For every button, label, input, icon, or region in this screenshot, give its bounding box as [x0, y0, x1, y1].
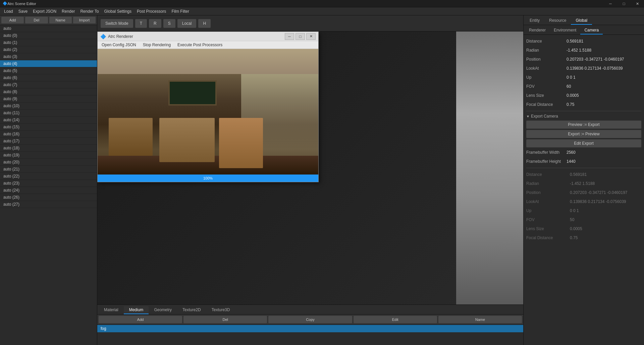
menu-item-load[interactable]: Load [1, 8, 16, 14]
add-button[interactable]: Add [1, 17, 24, 23]
scene-item[interactable]: auto (17) [0, 138, 97, 145]
export-camera-label: Export Camera [531, 114, 558, 119]
export-preview-button[interactable]: Export := Preview [526, 130, 641, 138]
scene-item[interactable]: auto (26) [0, 194, 97, 201]
scene-item[interactable]: auto (19) [0, 152, 97, 159]
fb-height-row: Framebuffer Height 1440 [526, 158, 641, 165]
exp-radian-label: Radian [526, 181, 570, 186]
renderer-maximize[interactable]: □ [296, 33, 305, 40]
scene-partial [456, 31, 523, 304]
renderer-menu-stop-rendering[interactable]: Stop Rendering [140, 42, 173, 48]
scene-item[interactable]: auto (9) [0, 95, 97, 102]
scene-item[interactable]: auto [0, 25, 97, 32]
menu-item-save[interactable]: Save [16, 8, 30, 14]
exp-lookat-label: LookAt [526, 199, 570, 204]
bottom-edit-button[interactable]: Edit [354, 316, 437, 323]
scene-item[interactable]: auto (14) [0, 117, 97, 124]
name-button[interactable]: Name [49, 17, 72, 23]
vp-btn-r[interactable]: R [149, 19, 161, 28]
menu-item-render[interactable]: Render [59, 8, 77, 14]
scene-item[interactable]: auto (24) [0, 187, 97, 194]
scene-item[interactable]: auto (1) [0, 39, 97, 46]
bottom-copy-button[interactable]: Copy [268, 316, 352, 323]
exp-fov-value: 50 [570, 217, 574, 222]
bottom-tabs: MaterialMediumGeometryTexture2DTexture3D [97, 305, 523, 315]
scene-item[interactable]: auto (22) [0, 173, 97, 180]
exp-position-value: 0.207203 -0.347271 -0.0460197 [570, 190, 628, 195]
scene-item[interactable]: auto (23) [0, 180, 97, 187]
scene-item[interactable]: auto (27) [0, 201, 97, 208]
scene-item[interactable]: auto (4) [0, 60, 97, 67]
scene-item[interactable]: auto (20) [0, 159, 97, 166]
renderer-menu-execute-post-processors[interactable]: Execute Post Processors [175, 42, 225, 48]
scene-item[interactable]: auto (3) [0, 53, 97, 60]
exp-lenssize-row: Lens Size 0.0005 [526, 225, 641, 232]
scene-item[interactable]: auto (21) [0, 166, 97, 173]
bottom-tab-medium[interactable]: Medium [124, 306, 149, 314]
exp-distance-row: Distance 0.569181 [526, 171, 641, 178]
viewport-area: 🔷 Atrc Renderer ─ □ ✕ Open Config JSONSt… [97, 31, 523, 304]
vp-btn-t[interactable]: T [135, 19, 147, 28]
scene-item[interactable]: auto (8) [0, 88, 97, 95]
lenssize-label: Lens Size [526, 93, 567, 98]
scene-item[interactable]: auto (0) [0, 32, 97, 39]
maximize-button[interactable]: □ [617, 0, 631, 7]
menu-item-export-json[interactable]: Export JSON [30, 8, 59, 14]
bottom-list-item[interactable]: fog [97, 325, 523, 332]
edit-export-button[interactable]: Edit Export [526, 139, 641, 147]
bottom-tab-texture3d[interactable]: Texture3D [206, 306, 235, 314]
exp-lookat-value: 0.139836 0.217134 -0.0756039 [570, 199, 626, 204]
exp-lookat-row: LookAt 0.139836 0.217134 -0.0756039 [526, 198, 641, 205]
scene-item[interactable]: auto (7) [0, 81, 97, 88]
bottom-tab-material[interactable]: Material [99, 306, 124, 314]
position-row: Position 0.207203 -0.347271 -0.0460197 [526, 56, 641, 63]
right-tab-sub-renderer[interactable]: Renderer [525, 26, 550, 34]
title-icon: 🔷 [3, 1, 7, 6]
exp-position-row: Position 0.207203 -0.347271 -0.0460197 [526, 189, 641, 196]
vp-btn-switch-mode[interactable]: Switch Mode [101, 19, 133, 28]
scene-item[interactable]: auto (11) [0, 110, 97, 117]
exp-distance-label: Distance [526, 172, 570, 177]
renderer-minimize[interactable]: ─ [285, 33, 294, 40]
menu-item-post-processors[interactable]: Post Processors [134, 8, 169, 14]
menu-item-global-settings[interactable]: Global Settings [102, 8, 134, 14]
exp-lenssize-label: Lens Size [526, 226, 570, 231]
right-tab-sub-environment[interactable]: Environment [550, 26, 580, 34]
scene-item[interactable]: auto (5) [0, 67, 97, 74]
menu-item-render-to[interactable]: Render To [77, 8, 101, 14]
right-tab-top-entity[interactable]: Entity [525, 17, 544, 25]
right-content: Distance 0.569181 Radian -1.452 1.5188 P… [524, 35, 644, 345]
minimize-button[interactable]: ─ [604, 0, 617, 7]
right-tab-sub-camera[interactable]: Camera [580, 26, 603, 34]
bottom-add-button[interactable]: Add [99, 316, 182, 323]
bottom-list: fog [97, 325, 523, 345]
scene-item[interactable]: auto (15) [0, 124, 97, 131]
scene-item[interactable]: auto (6) [0, 74, 97, 81]
right-tab-top-global[interactable]: Global [571, 17, 592, 25]
scene-list[interactable]: autoauto (0)auto (1)auto (2)auto (3)auto… [0, 25, 97, 345]
preview-export-button[interactable]: Preview := Export [526, 121, 641, 129]
renderer-close[interactable]: ✕ [306, 33, 316, 40]
bottom-tab-geometry[interactable]: Geometry [149, 306, 177, 314]
renderer-menu-open-config-json[interactable]: Open Config JSON [99, 42, 139, 48]
scene-item[interactable]: auto (10) [0, 102, 97, 110]
scene-item[interactable]: auto (2) [0, 46, 97, 53]
bottom-tab-texture2d[interactable]: Texture2D [177, 306, 206, 314]
right-panel: EntityResourceGlobal RendererEnvironment… [523, 15, 644, 345]
scene-item[interactable]: auto (16) [0, 131, 97, 138]
vp-btn-local[interactable]: Local [177, 19, 197, 28]
exp-radian-row: Radian -1.452 1.5188 [526, 180, 641, 187]
progress-label: 100% [98, 176, 318, 180]
del-button[interactable]: Del [25, 17, 48, 23]
bottom-del-button[interactable]: Del [183, 316, 267, 323]
up-row: Up 0 0 1 [526, 74, 641, 81]
menu-item-film-filter[interactable]: Film Filter [169, 8, 192, 14]
vp-btn-h[interactable]: H [198, 19, 211, 28]
close-button[interactable]: ✕ [631, 0, 644, 7]
radian-row: Radian -1.452 1.5188 [526, 47, 641, 54]
bottom-name-button[interactable]: Name [438, 316, 522, 323]
import-button[interactable]: Import [73, 17, 96, 23]
right-tab-top-resource[interactable]: Resource [544, 17, 571, 25]
vp-btn-s[interactable]: S [163, 19, 175, 28]
scene-item[interactable]: auto (18) [0, 145, 97, 152]
